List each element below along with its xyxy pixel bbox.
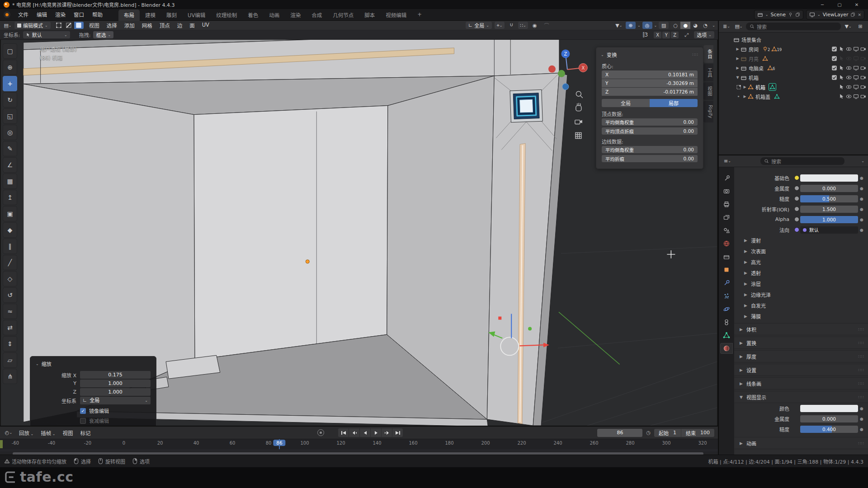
expand-arrow[interactable]: ▶	[735, 47, 741, 51]
toggle-select-icon[interactable]	[839, 46, 844, 52]
decorator-dot[interactable]: ●	[858, 217, 865, 222]
vertex-data-field[interactable]: 平均倒角权重0.00	[602, 118, 698, 126]
blender-menu-icon[interactable]	[4, 11, 10, 18]
menu-edit[interactable]: 编辑	[33, 9, 51, 21]
decorator-dot[interactable]: ●	[858, 197, 865, 201]
show-overlays-toggle[interactable]: ◎	[642, 22, 652, 29]
outliner-filter-id-dropdown[interactable]: ▤⌄	[734, 23, 744, 30]
play-reverse-button[interactable]	[360, 428, 371, 437]
panel-置换[interactable]: ▶置换∷∷	[734, 337, 868, 349]
properties-tab-physics[interactable]	[720, 304, 733, 314]
value-field[interactable]: 0.000	[800, 415, 858, 422]
operator-field-value[interactable]: 0.175	[80, 371, 151, 379]
value-field[interactable]: 1.000	[800, 216, 858, 223]
workspace-tab-合成[interactable]: 合成	[306, 9, 327, 21]
subpanel-高光[interactable]: ▶高光	[734, 257, 868, 267]
color-swatch-field[interactable]	[800, 405, 858, 412]
toggle-camera-icon[interactable]	[860, 65, 866, 71]
toggle-eye-icon[interactable]	[846, 56, 852, 61]
toggle-check-icon[interactable]	[831, 75, 837, 80]
proportional-falloff-dropdown[interactable]: ⌒	[542, 22, 552, 29]
tool-annotate[interactable]: ✎	[3, 141, 17, 156]
workspace-tab-布局[interactable]: 布局	[118, 9, 140, 21]
timeline-menu-视图[interactable]: 视图	[59, 429, 77, 436]
add-workspace-button[interactable]: +	[412, 9, 427, 20]
mode-dropdown[interactable]: 编辑模式 ⌄	[14, 22, 51, 29]
properties-tab-constraints[interactable]	[720, 317, 733, 328]
collapse-icon[interactable]: ⌄	[601, 53, 604, 57]
space-toggle-全局[interactable]: 全局	[602, 99, 650, 107]
panel-动画[interactable]: ▶动画∷∷	[734, 437, 868, 449]
options-dropdown[interactable]: 选项 ⌄	[694, 31, 714, 38]
space-toggle-局部[interactable]: 局部	[650, 99, 698, 107]
panel-设置[interactable]: ▶设置∷∷	[734, 364, 868, 376]
timeline-menu-插帧[interactable]: 插帧 ⌄	[37, 429, 59, 436]
outliner-row-机箱[interactable]: ▼机箱	[719, 73, 868, 82]
outliner-row-场景集合[interactable]: 场景集合	[719, 35, 868, 44]
value-field[interactable]: 0.000	[800, 185, 858, 192]
properties-tab-render[interactable]	[720, 186, 733, 197]
tool-knife[interactable]: ╱	[3, 255, 17, 270]
coord-system-dropdown[interactable]: 默认 ⌄	[23, 31, 70, 38]
proportional-editing-icon[interactable]: ◉	[530, 22, 540, 29]
viewport-menu-网格[interactable]: 网格	[138, 22, 156, 29]
shading-dropdown[interactable]: ⌄	[712, 23, 715, 28]
subpanel-薄膜[interactable]: ▶薄膜	[734, 311, 868, 322]
panel-厚度[interactable]: ▶厚度∷∷	[734, 350, 868, 362]
menu-window[interactable]: 窗口	[70, 9, 88, 21]
tool-add-cube[interactable]: ▦	[3, 174, 17, 189]
outliner-display-mode-dropdown[interactable]: ≣⌄	[722, 23, 731, 30]
color-swatch-field[interactable]	[800, 174, 858, 182]
copy-scene-icon[interactable]	[795, 12, 800, 17]
tool-extrude-region[interactable]: ↥	[3, 190, 17, 205]
workspace-tab-脚本[interactable]: 脚本	[359, 9, 380, 21]
select-mode-face[interactable]	[74, 22, 84, 29]
tool-poly-build[interactable]: ◇	[3, 271, 17, 286]
outliner-row-电脑桌[interactable]: ▶电脑桌6	[719, 63, 868, 73]
decorator-dot[interactable]: ●	[858, 406, 865, 411]
properties-tab-material[interactable]	[720, 343, 733, 354]
show-only-filter-icon[interactable]: ▼⌄	[614, 22, 624, 29]
workspace-tab-渲染[interactable]: 渲染	[285, 9, 306, 21]
expand-arrow[interactable]: ▼	[735, 75, 741, 80]
properties-tab-output[interactable]	[720, 199, 733, 210]
workspace-tab-视频编辑[interactable]: 视频编辑	[380, 9, 412, 21]
minimize-button[interactable]: ─	[814, 0, 831, 9]
timeline-editor-type-button[interactable]: ◴⌄	[4, 429, 14, 436]
pin-icon[interactable]	[788, 12, 793, 17]
toggle-monitor-icon[interactable]	[853, 75, 859, 80]
expand-arrow[interactable]: ▶	[735, 56, 741, 61]
workspace-tab-UV编辑[interactable]: UV编辑	[182, 9, 211, 21]
checkbox-镜像编辑[interactable]: ✓镜像编辑	[80, 407, 151, 414]
tool-select-box[interactable]: ▢	[3, 43, 17, 59]
editor-type-button[interactable]: ▤⌄	[3, 22, 13, 29]
edge-data-field[interactable]: 平均折痕0.00	[602, 155, 698, 162]
mirror-axis-y[interactable]: Y	[662, 32, 670, 38]
tool-smooth[interactable]: ≈	[3, 304, 17, 319]
xray-toggle[interactable]: ▨	[659, 22, 669, 29]
decorator-dot[interactable]: ●	[858, 207, 865, 211]
outliner-filter-funnel-dropdown[interactable]: ▼⌄	[843, 23, 853, 30]
play-button[interactable]	[371, 428, 382, 437]
timeline-menu-标记[interactable]: 标记	[77, 429, 94, 436]
properties-search-input[interactable]: 搜索	[760, 157, 844, 165]
overlays-dropdown[interactable]: ⌄	[654, 23, 657, 28]
decorator-dot[interactable]: ●	[858, 427, 865, 432]
pivot-point-dropdown[interactable]: ⌖⌄	[495, 22, 505, 29]
prev-keyframe-button[interactable]	[349, 428, 360, 437]
vertex-data-field[interactable]: 平均顶点折痕0.00	[602, 127, 698, 135]
shading-material[interactable]: ◕	[690, 22, 700, 29]
toggle-monitor-icon[interactable]	[853, 46, 859, 52]
shading-wireframe[interactable]: ○	[670, 22, 680, 29]
outliner-search-input[interactable]: 搜索	[746, 23, 841, 30]
toggle-monitor-icon[interactable]	[853, 65, 859, 71]
median-y-field[interactable]: Y-0.30269 m	[602, 79, 698, 87]
current-frame-field[interactable]: 86	[597, 429, 642, 437]
toggle-eye-icon[interactable]	[846, 65, 852, 71]
next-keyframe-button[interactable]	[382, 428, 392, 437]
select-mode-edge[interactable]	[64, 22, 74, 29]
median-z-field[interactable]: Z-0.017726 m	[602, 88, 698, 96]
outliner-row-机箱盖[interactable]: •▶机箱盖	[719, 92, 868, 101]
snap-with-dropdown[interactable]: ∷⌄	[518, 22, 528, 29]
npanel-tab-视图[interactable]: 视图	[703, 82, 713, 100]
